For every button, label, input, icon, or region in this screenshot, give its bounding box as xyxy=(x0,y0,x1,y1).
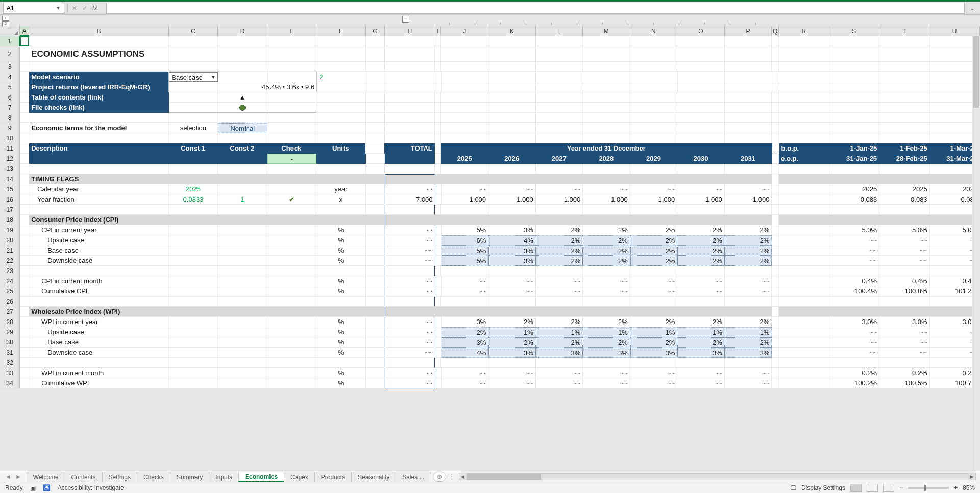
cell-D20[interactable] xyxy=(218,235,267,245)
cell-N4[interactable] xyxy=(630,72,677,82)
cell-J10[interactable] xyxy=(441,133,488,143)
cell-G14[interactable] xyxy=(366,174,385,184)
cell-H9[interactable] xyxy=(385,123,435,133)
cell-F31[interactable]: % xyxy=(316,348,365,358)
cell-H26[interactable] xyxy=(385,297,435,307)
cell-L3[interactable] xyxy=(536,62,583,72)
cell-R2[interactable] xyxy=(779,46,829,62)
cell-I1[interactable] xyxy=(435,36,442,46)
cell-I9[interactable] xyxy=(435,123,441,133)
cell-F12[interactable] xyxy=(316,154,365,164)
cell-D16[interactable]: 1 xyxy=(218,194,267,205)
cell-L29[interactable]: 1% xyxy=(536,327,583,337)
cell-A30[interactable] xyxy=(20,337,29,348)
cell-S30[interactable]: ~~ xyxy=(829,337,879,348)
cell-T6[interactable] xyxy=(879,92,929,103)
cell-Q32[interactable] xyxy=(772,358,779,368)
cell-Q17[interactable] xyxy=(772,205,779,215)
cell-N26[interactable] xyxy=(630,297,678,307)
cell-T21[interactable]: ~~ xyxy=(879,245,929,256)
cell-M34[interactable]: ~~ xyxy=(583,378,630,388)
cell-F21[interactable]: % xyxy=(316,245,365,256)
cell-O6[interactable] xyxy=(677,92,725,103)
cell-F5[interactable] xyxy=(317,82,366,92)
cell-L24[interactable]: ~~ xyxy=(536,276,583,286)
cell-P14[interactable] xyxy=(725,174,772,184)
cell-S21[interactable]: ~~ xyxy=(829,245,879,256)
cell-F4[interactable]: 2 xyxy=(317,72,366,82)
cell-B12[interactable] xyxy=(29,154,168,164)
cell-I34[interactable] xyxy=(435,378,442,388)
cell-S33[interactable]: 0.2% xyxy=(829,368,879,378)
cell-I28[interactable] xyxy=(435,317,442,327)
col-A[interactable]: A xyxy=(20,26,29,36)
col-R[interactable]: R xyxy=(779,26,829,36)
cell-R1[interactable] xyxy=(779,36,829,46)
cell-J14[interactable] xyxy=(441,174,488,184)
cell-M21[interactable]: 2% xyxy=(583,245,630,256)
cell-R26[interactable] xyxy=(779,297,829,307)
row-header[interactable]: 11 xyxy=(0,143,20,154)
cell-F33[interactable]: % xyxy=(316,368,365,378)
cell-G13[interactable] xyxy=(366,164,385,174)
cell-H28[interactable]: ~~ xyxy=(385,317,435,327)
cell-L18[interactable] xyxy=(536,215,583,225)
cell-N19[interactable]: 2% xyxy=(630,225,678,235)
cell-F28[interactable]: % xyxy=(316,317,365,327)
cell-R24[interactable] xyxy=(779,276,829,286)
cell-F34[interactable]: % xyxy=(316,378,365,388)
cell-T23[interactable] xyxy=(879,266,929,276)
cell-O27[interactable] xyxy=(677,307,725,317)
cell-L33[interactable]: ~~ xyxy=(536,368,583,378)
cell-O14[interactable] xyxy=(677,174,725,184)
display-settings-icon[interactable]: 🖵 xyxy=(790,484,796,491)
cell-J25[interactable]: ~~ xyxy=(442,286,489,297)
cell-K6[interactable] xyxy=(488,92,536,103)
cell-L12[interactable]: 2027 xyxy=(536,154,583,164)
view-pagebreak-icon[interactable] xyxy=(883,484,894,492)
cell-N34[interactable]: ~~ xyxy=(630,378,678,388)
cell-O1[interactable] xyxy=(677,36,725,46)
row-header[interactable]: 29 xyxy=(0,327,20,337)
cell-F9[interactable] xyxy=(316,123,365,133)
cell-O31[interactable]: 3% xyxy=(677,348,725,358)
cell-J8[interactable] xyxy=(441,113,488,123)
cell-A20[interactable] xyxy=(20,235,29,245)
cell-O13[interactable] xyxy=(677,164,725,174)
cell-S26[interactable] xyxy=(829,297,879,307)
cell-K30[interactable]: 2% xyxy=(488,337,536,348)
cell-K32[interactable] xyxy=(488,358,536,368)
cell-J20[interactable]: 6% xyxy=(442,235,489,245)
cell-K5[interactable] xyxy=(489,82,536,92)
cell-T11[interactable]: 1-Feb-25 xyxy=(879,143,929,154)
cell-C7[interactable] xyxy=(169,103,218,113)
cell-A28[interactable] xyxy=(20,317,29,327)
formula-input[interactable] xyxy=(106,3,965,14)
cell-C30[interactable] xyxy=(169,337,218,348)
cell-J33[interactable]: ~~ xyxy=(442,368,489,378)
cell-J29[interactable]: 2% xyxy=(442,327,489,337)
cell-S7[interactable] xyxy=(829,103,879,113)
cell-F22[interactable]: % xyxy=(316,256,365,266)
cell-T14[interactable] xyxy=(879,174,929,184)
cell-Q33[interactable] xyxy=(772,368,779,378)
cell-Q34[interactable] xyxy=(772,378,779,388)
row-header[interactable]: 19 xyxy=(0,225,20,235)
row-header[interactable]: 31 xyxy=(0,348,20,358)
cell-B31[interactable]: Downside case xyxy=(29,348,169,358)
cell-H6[interactable] xyxy=(385,92,435,103)
cell-I17[interactable] xyxy=(435,205,441,215)
cell-J3[interactable] xyxy=(441,62,488,72)
cell-O29[interactable]: 1% xyxy=(677,327,725,337)
cell-B34[interactable]: Cumulative WPI xyxy=(29,378,169,388)
cell-Q7[interactable] xyxy=(772,103,779,113)
scroll-right-icon[interactable]: ► xyxy=(968,473,975,480)
cell-I33[interactable] xyxy=(435,368,442,378)
cell-N13[interactable] xyxy=(630,164,678,174)
cell-E20[interactable] xyxy=(267,235,316,245)
cell-L27[interactable] xyxy=(536,307,583,317)
cell-P2[interactable] xyxy=(725,46,772,62)
cell-L32[interactable] xyxy=(536,358,583,368)
cell-F30[interactable]: % xyxy=(316,337,365,348)
cell-H4[interactable] xyxy=(385,72,435,82)
